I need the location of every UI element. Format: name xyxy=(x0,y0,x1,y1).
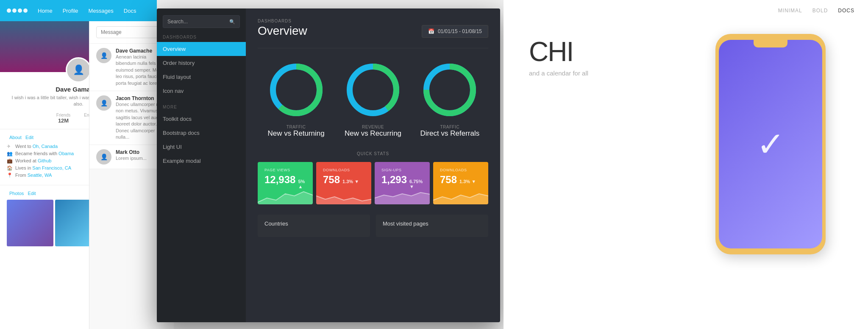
right-nav: MINIMAL BOLD DOCS xyxy=(504,0,868,21)
chart-label-1: New vs Returning xyxy=(268,129,325,138)
countries-table: Countries xyxy=(258,215,370,237)
photo-thumb-1[interactable] xyxy=(7,200,53,246)
sparkline-0 xyxy=(258,187,313,204)
about-title-text: About xyxy=(9,135,22,140)
msg-avatar-1: 👤 xyxy=(96,48,111,63)
quick-stats-label: QUICK STATS xyxy=(258,151,488,156)
stat-card-signups: SIGN-UPS 1,293 6.75% ▼ xyxy=(375,162,430,204)
nav-docs[interactable]: DOCS xyxy=(838,8,854,14)
search-bar[interactable]: Search... 🔍 xyxy=(163,15,240,28)
nav-messages[interactable]: Messages xyxy=(89,8,114,14)
chart-label-3: Direct vs Referrals xyxy=(420,129,479,138)
svg-marker-9 xyxy=(433,194,488,204)
search-placeholder-text: Search... xyxy=(167,19,188,25)
most-visited-table: Most visited pages xyxy=(376,215,488,237)
sparkline-3 xyxy=(433,187,488,204)
stat-value-0: 12,938 xyxy=(264,174,295,186)
calendar-icon: 📅 xyxy=(428,28,434,34)
tables-row: Countries Most visited pages xyxy=(258,215,488,237)
home-icon: 🏠 xyxy=(7,165,12,171)
dashboards-nav-section: DASHBOARDS Overview Order history Fluid … xyxy=(157,35,246,98)
stat-card-pageviews: PAGE VIEWS 12,938 5% ▲ xyxy=(258,162,313,204)
nav-minimal[interactable]: MINIMAL xyxy=(778,8,802,14)
msg-avatar-2: 👤 xyxy=(96,95,111,111)
nav-home[interactable]: Home xyxy=(38,8,53,14)
dashboard-title-wrap: DASHBOARDS Overview xyxy=(258,19,307,38)
friends-stat: Friends 12M xyxy=(56,113,70,124)
stat-label-3: DOWNLOADS xyxy=(440,168,481,172)
stat-label-0: PAGE VIEWS xyxy=(264,168,306,172)
friends-icon: 👥 xyxy=(7,151,12,156)
breadcrumb: DASHBOARDS xyxy=(258,19,307,23)
stat-value-3: 758 xyxy=(440,174,457,186)
chart-category-1: Traffic xyxy=(268,125,325,129)
promo-title: CHI xyxy=(529,38,690,65)
dashboard-main: DASHBOARDS Overview 📅 01/01/15 - 01/08/1… xyxy=(246,8,500,322)
stat-label-2: SIGN-UPS xyxy=(381,168,423,172)
chart-revenue-recurring: Revenue New vs Recurring xyxy=(343,60,403,138)
nav-profile[interactable]: Profile xyxy=(63,8,78,14)
charts-row: Traffic New vs Returning Revenue New vs … xyxy=(258,60,488,138)
dashboard-sidebar: Search... 🔍 DASHBOARDS Overview Order hi… xyxy=(157,8,246,322)
nav-docs[interactable]: Docs xyxy=(124,8,136,14)
photos-title: Photos xyxy=(9,191,24,196)
location-icon: ✈ xyxy=(7,144,12,149)
stats-row: PAGE VIEWS 12,938 5% ▲ DOWNLOADS 758 1 xyxy=(258,162,488,204)
nav-example-modal[interactable]: Example modal xyxy=(157,154,246,168)
work-icon: 💼 xyxy=(7,158,12,164)
logo[interactable] xyxy=(7,8,28,13)
avatar: 👤 xyxy=(66,57,91,83)
sf-link[interactable]: San Francisco, CA xyxy=(32,165,71,170)
divider xyxy=(258,48,488,48)
phone-mockup: ✓ xyxy=(715,34,834,271)
date-range-badge[interactable]: 📅 01/01/15 - 01/08/15 xyxy=(422,25,488,38)
page-title: Overview xyxy=(258,24,307,38)
chart-traffic-referrals: Traffic Direct vs Referrals xyxy=(420,60,479,138)
sparkline-2 xyxy=(375,187,430,204)
seattle-link[interactable]: Seattle, WA xyxy=(28,173,52,178)
chart-category-2: Revenue xyxy=(345,125,401,129)
stat-label-1: DOWNLOADS xyxy=(323,168,364,172)
nav-icon-nav[interactable]: Icon nav xyxy=(157,84,246,98)
top-nav: Home Profile Messages Docs xyxy=(0,0,157,21)
nav-overview[interactable]: Overview xyxy=(157,42,246,56)
message-input[interactable] xyxy=(96,26,167,38)
nav-light-ui[interactable]: Light UI xyxy=(157,140,246,154)
nav-toolkit-docs[interactable]: Toolkit docs xyxy=(157,112,246,126)
dashboard-header: DASHBOARDS Overview 📅 01/01/15 - 01/08/1… xyxy=(258,19,488,38)
phone-outer: ✓ xyxy=(715,34,826,254)
stat-change-3: 1.3% ▼ xyxy=(459,179,476,184)
right-panel: MINIMAL BOLD DOCS CHI and a calendar for… xyxy=(504,0,868,329)
stat-card-downloads2: DOWNLOADS 758 1.3% ▼ xyxy=(433,162,488,204)
dashboards-nav-label: DASHBOARDS xyxy=(157,35,246,42)
donut-chart-2 xyxy=(343,60,403,120)
photos-edit-link[interactable]: Edit xyxy=(28,191,36,196)
nav-order-history[interactable]: Order history xyxy=(157,56,246,70)
date-range-text: 01/01/15 - 01/08/15 xyxy=(438,28,482,34)
obama-link[interactable]: Obama xyxy=(58,151,74,156)
pin-icon: 📍 xyxy=(7,173,12,178)
stat-card-downloads1: DOWNLOADS 758 1.3% ▼ xyxy=(316,162,371,204)
canada-link[interactable]: Oh, Canada xyxy=(33,144,58,149)
stat-value-2: 1,293 xyxy=(381,174,407,186)
svg-marker-8 xyxy=(375,192,430,204)
donut-chart-1 xyxy=(267,60,326,120)
more-nav-label: MORE xyxy=(157,105,246,112)
github-link[interactable]: Github xyxy=(38,158,51,163)
chart-traffic-returning: Traffic New vs Returning xyxy=(267,60,326,138)
nav-bootstrap-docs[interactable]: Bootstrap docs xyxy=(157,126,246,140)
svg-marker-7 xyxy=(316,196,371,204)
phone-notch xyxy=(754,40,787,47)
donut-chart-3 xyxy=(420,60,479,120)
msg-avatar-3: 👤 xyxy=(96,149,111,164)
search-wrap: Search... 🔍 xyxy=(157,15,246,35)
about-edit-link[interactable]: Edit xyxy=(25,135,33,140)
dashboard-modal: Search... 🔍 DASHBOARDS Overview Order hi… xyxy=(157,8,500,322)
nav-bold[interactable]: BOLD xyxy=(812,8,828,14)
checkmark-icon: ✓ xyxy=(757,125,785,164)
stat-value-1: 758 xyxy=(323,174,340,186)
search-icon: 🔍 xyxy=(229,19,235,25)
promo-subtitle: and a calendar for all xyxy=(529,70,690,77)
sparkline-1 xyxy=(316,187,371,204)
nav-fluid-layout[interactable]: Fluid layout xyxy=(157,70,246,84)
